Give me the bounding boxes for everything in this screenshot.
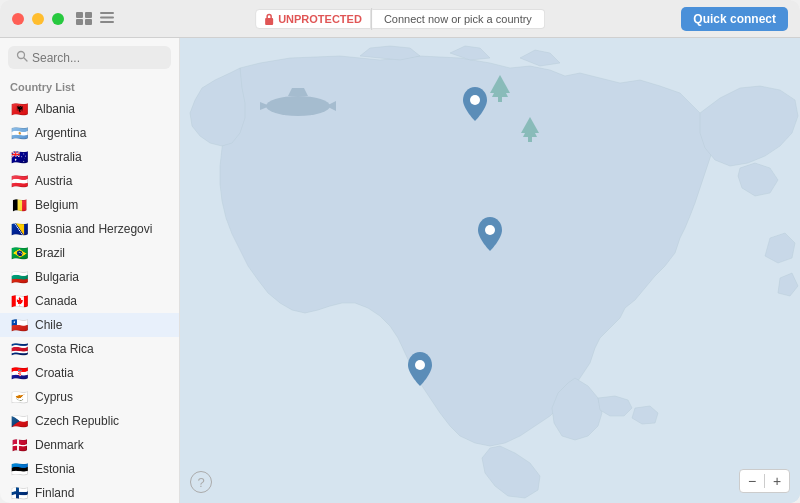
country-item[interactable]: 🇭🇷Croatia	[0, 361, 179, 385]
country-name: Canada	[35, 294, 77, 308]
country-name: Costa Rica	[35, 342, 94, 356]
titlebar-icons	[76, 12, 114, 25]
close-button[interactable]	[12, 13, 24, 25]
unprotected-label: UNPROTECTED	[278, 13, 362, 25]
help-button[interactable]: ?	[190, 471, 212, 493]
svg-rect-1	[85, 12, 92, 18]
country-flag: 🇧🇷	[10, 246, 28, 260]
country-flag: 🇩🇰	[10, 438, 28, 452]
svg-point-17	[470, 95, 480, 105]
country-name: Austria	[35, 174, 72, 188]
minimize-button[interactable]	[32, 13, 44, 25]
country-flag: 🇧🇦	[10, 222, 28, 236]
country-item[interactable]: 🇧🇬Bulgaria	[0, 265, 179, 289]
country-name: Bulgaria	[35, 270, 79, 284]
window-controls	[0, 13, 64, 25]
svg-rect-2	[76, 19, 83, 25]
zoom-in-button[interactable]: +	[765, 470, 789, 492]
country-flag: 🇧🇬	[10, 270, 28, 284]
map-area: ? − +	[180, 38, 800, 503]
country-name: Finland	[35, 486, 74, 500]
country-name: Croatia	[35, 366, 74, 380]
zoom-out-button[interactable]: −	[740, 470, 764, 492]
country-name: Australia	[35, 150, 82, 164]
country-name: Argentina	[35, 126, 86, 140]
quick-connect-button[interactable]: Quick connect	[681, 7, 788, 31]
svg-rect-7	[265, 18, 273, 25]
svg-point-20	[266, 96, 330, 116]
country-item[interactable]: 🇪🇪Estonia	[0, 457, 179, 481]
country-flag: 🇨🇿	[10, 414, 28, 428]
svg-rect-5	[100, 17, 114, 19]
country-item[interactable]: 🇫🇮Finland	[0, 481, 179, 503]
country-flag: 🇪🇪	[10, 462, 28, 476]
search-box	[8, 46, 171, 69]
svg-point-18	[485, 225, 495, 235]
country-item[interactable]: 🇨🇦Canada	[0, 289, 179, 313]
titlebar-center: UNPROTECTED Connect now or pick a countr…	[255, 8, 545, 30]
country-flag: 🇦🇱	[10, 102, 28, 116]
svg-rect-6	[100, 21, 114, 23]
search-input[interactable]	[32, 51, 163, 65]
country-item[interactable]: 🇨🇾Cyprus	[0, 385, 179, 409]
country-item[interactable]: 🇧🇷Brazil	[0, 241, 179, 265]
country-item[interactable]: 🇧🇪Belgium	[0, 193, 179, 217]
maximize-button[interactable]	[52, 13, 64, 25]
country-flag: 🇨🇦	[10, 294, 28, 308]
svg-rect-13	[498, 97, 502, 102]
country-name: Bosnia and Herzegovi	[35, 222, 152, 236]
country-flag: 🇭🇷	[10, 366, 28, 380]
country-name: Cyprus	[35, 390, 73, 404]
country-list-label: Country List	[0, 77, 179, 97]
titlebar: UNPROTECTED Connect now or pick a countr…	[0, 0, 800, 38]
country-flag: 🇨🇷	[10, 342, 28, 356]
country-item[interactable]: 🇩🇰Denmark	[0, 433, 179, 457]
svg-rect-3	[85, 19, 92, 25]
country-item[interactable]: 🇨🇷Costa Rica	[0, 337, 179, 361]
country-name: Brazil	[35, 246, 65, 260]
svg-rect-16	[528, 137, 532, 142]
country-name: Czech Republic	[35, 414, 119, 428]
country-flag: 🇨🇾	[10, 390, 28, 404]
country-item[interactable]: 🇨🇱Chile	[0, 313, 179, 337]
country-flag: 🇦🇺	[10, 150, 28, 164]
country-name: Estonia	[35, 462, 75, 476]
country-flag: 🇦🇹	[10, 174, 28, 188]
country-flag: 🇦🇷	[10, 126, 28, 140]
layout-icon	[76, 12, 92, 25]
country-flag: 🇨🇱	[10, 318, 28, 332]
zoom-controls: − +	[739, 469, 790, 493]
country-item[interactable]: 🇦🇺Australia	[0, 145, 179, 169]
country-item[interactable]: 🇦🇷Argentina	[0, 121, 179, 145]
svg-rect-4	[100, 12, 114, 14]
world-map	[180, 38, 800, 503]
search-icon	[16, 50, 28, 65]
lock-icon	[264, 13, 274, 25]
country-name: Belgium	[35, 198, 78, 212]
svg-rect-0	[76, 12, 83, 18]
country-list: 🇦🇱Albania🇦🇷Argentina🇦🇺Australia🇦🇹Austria…	[0, 97, 179, 503]
country-flag: 🇫🇮	[10, 486, 28, 500]
titlebar-message: Connect now or pick a country	[372, 9, 545, 29]
country-name: Albania	[35, 102, 75, 116]
svg-line-9	[24, 58, 27, 61]
country-item[interactable]: 🇧🇦Bosnia and Herzegovi	[0, 217, 179, 241]
sidebar: Country List 🇦🇱Albania🇦🇷Argentina🇦🇺Austr…	[0, 38, 180, 503]
menu-icon	[100, 12, 114, 23]
country-item[interactable]: 🇦🇹Austria	[0, 169, 179, 193]
main-layout: Country List 🇦🇱Albania🇦🇷Argentina🇦🇺Austr…	[0, 38, 800, 503]
country-name: Chile	[35, 318, 62, 332]
country-name: Denmark	[35, 438, 84, 452]
country-flag: 🇧🇪	[10, 198, 28, 212]
country-item[interactable]: 🇦🇱Albania	[0, 97, 179, 121]
unprotected-badge: UNPROTECTED	[255, 9, 371, 29]
svg-point-19	[415, 360, 425, 370]
country-item[interactable]: 🇨🇿Czech Republic	[0, 409, 179, 433]
